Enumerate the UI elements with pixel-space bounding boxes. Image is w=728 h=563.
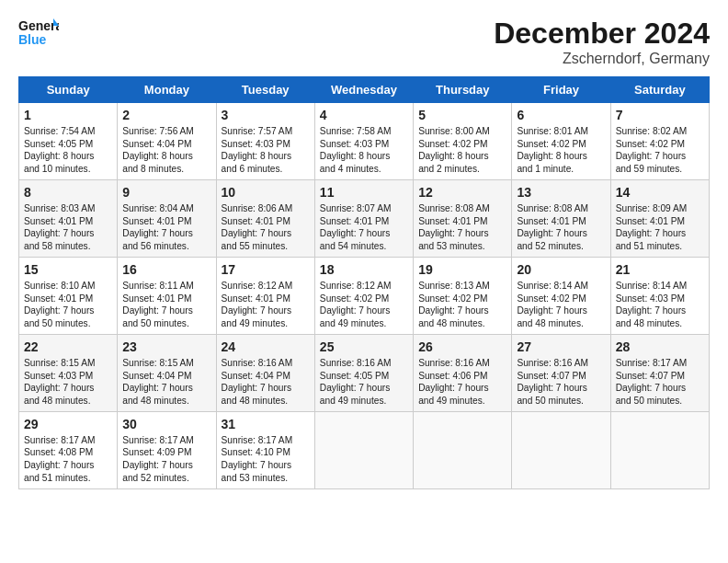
day-info: Sunrise: 8:12 AM	[222, 280, 310, 293]
day-number: 7	[616, 107, 704, 124]
day-info: Daylight: 8 hours	[122, 150, 210, 163]
calendar-cell: 30Sunrise: 8:17 AMSunset: 4:09 PMDayligh…	[118, 411, 216, 488]
day-info: Sunset: 4:01 PM	[320, 215, 408, 228]
svg-text:General: General	[18, 18, 59, 33]
day-info: and 52 minutes.	[517, 240, 605, 253]
day-info: and 6 minutes.	[222, 163, 310, 176]
header-row: Sunday Monday Tuesday Wednesday Thursday…	[19, 77, 710, 103]
day-info: Sunrise: 8:08 AM	[517, 202, 605, 215]
day-number: 5	[418, 107, 506, 124]
calendar-cell: 27Sunrise: 8:16 AMSunset: 4:07 PMDayligh…	[512, 334, 610, 411]
day-info: and 51 minutes.	[616, 240, 704, 253]
day-number: 24	[222, 339, 310, 356]
day-info: Sunset: 4:05 PM	[320, 370, 408, 383]
logo: General Blue	[18, 17, 59, 50]
week-row: 1Sunrise: 7:54 AMSunset: 4:05 PMDaylight…	[19, 103, 710, 180]
day-info: Sunrise: 7:54 AM	[24, 125, 112, 138]
day-info: Sunrise: 8:08 AM	[418, 202, 506, 215]
day-info: Sunset: 4:01 PM	[122, 293, 210, 305]
day-number: 10	[222, 184, 310, 201]
day-info: and 2 minutes.	[418, 163, 506, 176]
day-number: 23	[122, 339, 210, 356]
day-info: and 56 minutes.	[122, 240, 210, 253]
day-info: Daylight: 7 hours	[122, 382, 210, 395]
day-info: Sunrise: 8:11 AM	[122, 280, 210, 293]
day-info: Sunset: 4:04 PM	[222, 370, 310, 383]
day-info: and 53 minutes.	[418, 240, 506, 253]
calendar-cell: 19Sunrise: 8:13 AMSunset: 4:02 PMDayligh…	[414, 257, 512, 334]
day-info: and 50 minutes.	[122, 317, 210, 330]
day-info: Sunset: 4:01 PM	[222, 215, 310, 228]
week-row: 15Sunrise: 8:10 AMSunset: 4:01 PMDayligh…	[19, 257, 710, 334]
day-number: 17	[222, 261, 310, 279]
day-info: Sunrise: 8:16 AM	[222, 357, 310, 370]
day-info: and 48 minutes.	[222, 395, 310, 408]
day-info: Sunrise: 8:16 AM	[418, 357, 506, 370]
day-info: Daylight: 7 hours	[24, 304, 112, 317]
day-info: and 48 minutes.	[616, 317, 704, 330]
col-thursday: Thursday	[414, 77, 512, 103]
day-info: Sunset: 4:01 PM	[122, 215, 210, 228]
day-info: Sunrise: 7:57 AM	[222, 125, 310, 138]
day-info: Sunrise: 8:03 AM	[24, 202, 112, 215]
day-info: Daylight: 7 hours	[517, 227, 605, 240]
day-info: and 48 minutes.	[517, 317, 605, 330]
day-info: Daylight: 7 hours	[517, 304, 605, 317]
calendar-cell: 8Sunrise: 8:03 AMSunset: 4:01 PMDaylight…	[19, 179, 118, 257]
calendar-cell: 22Sunrise: 8:15 AMSunset: 4:03 PMDayligh…	[19, 334, 118, 411]
day-info: Sunrise: 8:17 AM	[122, 434, 210, 447]
day-info: Daylight: 7 hours	[122, 459, 210, 472]
day-info: Sunset: 4:01 PM	[616, 215, 704, 228]
day-number: 20	[517, 261, 605, 279]
day-number: 29	[24, 416, 112, 433]
day-number: 19	[418, 261, 506, 279]
day-info: Sunrise: 8:07 AM	[320, 202, 408, 215]
calendar-cell: 25Sunrise: 8:16 AMSunset: 4:05 PMDayligh…	[314, 334, 413, 411]
day-info: Sunrise: 8:16 AM	[320, 357, 408, 370]
day-info: Sunset: 4:03 PM	[616, 293, 704, 305]
day-info: Daylight: 7 hours	[616, 150, 704, 163]
day-number: 21	[616, 261, 704, 279]
day-info: and 48 minutes.	[418, 317, 506, 330]
week-row: 22Sunrise: 8:15 AMSunset: 4:03 PMDayligh…	[19, 334, 710, 411]
day-info: Daylight: 8 hours	[222, 150, 310, 163]
calendar-cell: 9Sunrise: 8:04 AMSunset: 4:01 PMDaylight…	[118, 179, 216, 257]
day-number: 31	[222, 416, 310, 433]
calendar-cell	[314, 411, 413, 488]
day-info: Daylight: 7 hours	[418, 304, 506, 317]
day-info: Sunset: 4:02 PM	[418, 138, 506, 151]
day-info: Sunrise: 8:12 AM	[320, 280, 408, 293]
calendar-body: 1Sunrise: 7:54 AMSunset: 4:05 PMDaylight…	[19, 103, 710, 489]
day-info: and 1 minute.	[517, 163, 605, 176]
calendar-cell: 7Sunrise: 8:02 AMSunset: 4:02 PMDaylight…	[610, 103, 709, 180]
day-info: and 54 minutes.	[320, 240, 408, 253]
day-info: Sunrise: 8:17 AM	[24, 434, 112, 447]
day-info: Sunset: 4:01 PM	[418, 215, 506, 228]
day-number: 6	[517, 107, 605, 124]
calendar-cell: 21Sunrise: 8:14 AMSunset: 4:03 PMDayligh…	[610, 257, 709, 334]
calendar-cell: 24Sunrise: 8:16 AMSunset: 4:04 PMDayligh…	[216, 334, 314, 411]
day-info: Sunset: 4:02 PM	[517, 293, 605, 305]
day-info: Sunset: 4:01 PM	[222, 293, 310, 305]
day-info: and 49 minutes.	[418, 395, 506, 408]
calendar-cell: 18Sunrise: 8:12 AMSunset: 4:02 PMDayligh…	[314, 257, 413, 334]
day-info: Daylight: 7 hours	[418, 227, 506, 240]
day-info: Daylight: 7 hours	[222, 382, 310, 395]
day-info: Sunrise: 8:14 AM	[517, 280, 605, 293]
day-number: 1	[24, 107, 112, 124]
calendar-cell	[512, 411, 610, 488]
title-block: December 2024 Zscherndorf, Germany	[494, 17, 710, 67]
day-number: 28	[616, 339, 704, 356]
day-info: Daylight: 7 hours	[616, 304, 704, 317]
day-info: Sunset: 4:05 PM	[24, 138, 112, 151]
day-info: Sunrise: 8:14 AM	[616, 280, 704, 293]
day-info: Sunset: 4:04 PM	[122, 370, 210, 383]
day-info: Sunrise: 7:56 AM	[122, 125, 210, 138]
day-info: and 49 minutes.	[320, 395, 408, 408]
col-friday: Friday	[512, 77, 610, 103]
day-info: Daylight: 7 hours	[320, 382, 408, 395]
day-info: Sunset: 4:01 PM	[24, 293, 112, 305]
day-info: and 58 minutes.	[24, 240, 112, 253]
day-info: Sunset: 4:06 PM	[418, 370, 506, 383]
day-info: and 48 minutes.	[122, 395, 210, 408]
